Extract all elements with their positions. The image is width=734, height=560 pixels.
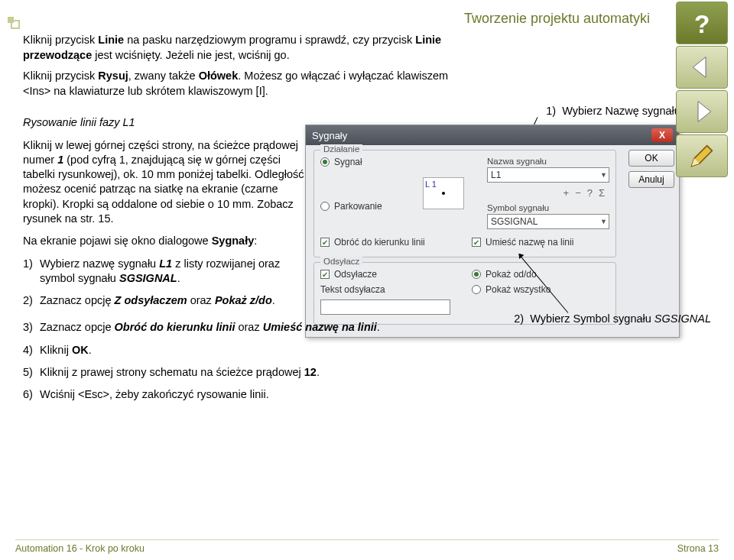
callout-1: 1) Wybierz Nazwę sygnału L1	[546, 105, 696, 117]
radio-pokaz-wszystko[interactable]: Pokaż wszystko	[472, 284, 609, 295]
check-obroc[interactable]: ✔Obróć do kierunku linii	[320, 237, 458, 248]
step-2: 2) Zaznacz opcję Z odsyłaczem oraz Pokaż…	[40, 293, 310, 308]
question-icon[interactable]: ?	[587, 187, 593, 199]
t: Obróć do kierunku linii	[115, 321, 235, 333]
sigma-icon[interactable]: Σ	[599, 187, 605, 199]
t: Kliknij	[40, 344, 72, 356]
t: oraz	[187, 294, 215, 306]
section-heading: Rysowanie linii fazy L1	[23, 115, 310, 130]
t: L 1	[425, 180, 437, 189]
t: .	[177, 272, 180, 284]
t: Sygnał	[334, 157, 362, 167]
chevron-down-icon: ▼	[600, 218, 607, 225]
page-ornament	[11, 20, 20, 29]
radio-icon	[472, 285, 481, 294]
back-icon[interactable]	[676, 46, 728, 89]
t: (pod cyfrą 1, znajdującą się w górnej cz…	[23, 154, 304, 225]
label-tekst-odsylacza: Tekst odsyłacza	[320, 284, 458, 295]
dropdown-symbol[interactable]: SGSIGNAL▼	[487, 214, 609, 229]
minus-icon[interactable]: −	[575, 187, 581, 199]
num: 1)	[546, 105, 556, 117]
radio-icon	[320, 157, 330, 167]
step-6: 6) Wciśnij <Esc>, żeby zakończyć rysowan…	[40, 387, 719, 402]
t: 12	[304, 366, 317, 378]
num: 3)	[23, 320, 33, 335]
t: Obróć do kierunku linii	[334, 237, 425, 248]
dialog-title: Sygnały	[312, 130, 347, 141]
t: Pokaż z/do	[215, 294, 272, 306]
t: Rysuj	[98, 70, 128, 82]
t: .	[272, 294, 275, 306]
check-icon: ✔	[320, 270, 330, 279]
check-odsylacze[interactable]: ✔Odsyłacze	[320, 269, 458, 280]
t: Pokaż od/do	[486, 269, 537, 280]
plus-icon[interactable]: +	[563, 187, 570, 199]
radio-sygnal[interactable]: Sygnał	[320, 157, 412, 167]
fieldset-dzialanie: Działanie Sygnał Parkowanie	[313, 150, 616, 257]
input-tekst-odsylacza[interactable]	[320, 299, 450, 315]
radio-icon	[472, 270, 481, 279]
t: Z odsyłaczem	[115, 294, 187, 306]
num: 6)	[23, 387, 33, 402]
radio-icon	[320, 202, 330, 211]
dropdown-nazwa[interactable]: L1▼	[487, 167, 609, 183]
step-4: 4) Kliknij OK.	[40, 343, 719, 358]
left-p1: Kliknij w lewej górnej części strony, na…	[23, 138, 310, 227]
t: SGSIGNAL	[119, 272, 177, 284]
t: Pokaż wszystko	[486, 284, 550, 295]
check-umiesc[interactable]: ✔Umieść nazwę na linii	[472, 237, 609, 248]
t: L1	[159, 257, 172, 270]
page-footer: Automation 16 - Krok po kroku Strona 13	[15, 539, 719, 554]
t: Umieść nazwę na linii	[263, 321, 377, 333]
ok-button[interactable]: OK	[628, 150, 674, 167]
t: :	[254, 235, 257, 247]
cancel-button[interactable]: Anuluj	[628, 171, 674, 188]
check-icon: ✔	[472, 238, 481, 247]
signal-preview: L 1	[423, 177, 464, 209]
radio-pokaz-oddo[interactable]: Pokaż od/do	[472, 269, 609, 280]
symbol-buttons: + − ? Σ	[487, 187, 609, 199]
num: 4)	[23, 343, 33, 358]
pencil-icon[interactable]	[676, 134, 728, 177]
footer-right: Strona 13	[677, 543, 719, 554]
label-symbol: Symbol sygnału	[487, 203, 609, 212]
t: Wybierz nazwę sygnału	[40, 257, 159, 270]
t: OK	[72, 344, 89, 356]
t: Kliknij z prawej strony schematu na ście…	[40, 366, 304, 378]
t: Parkowanie	[334, 201, 382, 212]
num: 1)	[23, 257, 33, 271]
help-icon[interactable]: ?	[676, 2, 728, 44]
label-nazwa: Nazwa sygnału	[487, 157, 609, 166]
t: Zaznacz opcję	[40, 294, 115, 306]
step-1: 1) Wybierz nazwę sygnału L1 z listy rozw…	[40, 257, 310, 286]
legend: Działanie	[320, 144, 362, 154]
step-3: 3) Zaznacz opcje Obróć do kierunku linii…	[40, 320, 719, 335]
side-toolbar: ?	[676, 2, 731, 179]
num: 5)	[23, 365, 33, 380]
t: L1	[491, 170, 501, 180]
t: Ołówek	[199, 70, 239, 82]
t: 1	[57, 154, 63, 166]
step-5: 5) Kliknij z prawej strony schematu na ś…	[40, 365, 719, 380]
footer-left: Automation 16 - Krok po kroku	[15, 543, 145, 554]
t: SGSIGNAL	[491, 216, 538, 227]
radio-parkowanie[interactable]: Parkowanie	[320, 201, 412, 212]
close-icon[interactable]: X	[651, 128, 673, 142]
t: .	[89, 344, 92, 356]
intro-p2: Kliknij przycisk Rysuj, zwany także Ołów…	[23, 69, 451, 99]
t: Zaznacz opcje	[40, 321, 115, 333]
t: oraz	[235, 321, 262, 333]
t: Umieść nazwę na linii	[486, 237, 573, 248]
t: Odsyłacze	[334, 269, 377, 280]
t: Kliknij przycisk	[23, 34, 98, 46]
num: 2)	[23, 293, 33, 308]
forward-icon[interactable]	[676, 90, 728, 133]
dot-icon	[442, 192, 445, 195]
legend: Odsyłacz	[320, 257, 362, 266]
check-icon: ✔	[320, 238, 330, 247]
t: Sygnały	[212, 235, 255, 247]
t: Linie	[98, 34, 124, 46]
t: .	[317, 366, 320, 378]
t: Na ekranie pojawi się okno dialogowe	[23, 235, 212, 247]
t: Wybierz Nazwę sygnału	[562, 105, 684, 117]
